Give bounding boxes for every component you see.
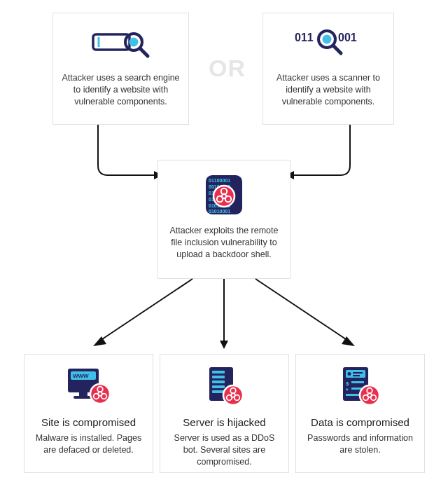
svg-marker-26 <box>220 341 228 349</box>
step-search-engine: Attacker uses a search engine to identif… <box>52 13 189 125</box>
svg-text:*: * <box>346 387 349 394</box>
outcome-server-hijacked: Server is hijacked Server is used as a D… <box>160 354 289 473</box>
svg-rect-42 <box>212 385 225 388</box>
svg-rect-41 <box>212 380 225 383</box>
or-label: OR <box>209 55 246 82</box>
outcome-data-compromised: $ * Data is compromised Passwords and in… <box>295 354 425 473</box>
step-scanner-text: Attacker uses a scanner to identify a we… <box>272 72 385 108</box>
svg-text:$: $ <box>346 380 349 387</box>
outcome-site-text: Malware is installed. Pages are defaced … <box>33 432 144 456</box>
svg-text:001: 001 <box>338 32 357 43</box>
svg-text:01100001: 01100001 <box>209 178 230 183</box>
step-scanner: 011 001 Attacker uses a scanner to ident… <box>262 13 394 125</box>
svg-text:011: 011 <box>295 32 314 43</box>
step-search-engine-text: Attacker uses a search engine to identif… <box>62 72 180 108</box>
svg-rect-31 <box>79 392 88 396</box>
svg-rect-39 <box>212 371 225 373</box>
svg-point-3 <box>129 38 138 47</box>
step-exploit: 01100001 00101010 01010011 01010010 0101… <box>158 160 290 279</box>
server-hijacked-icon <box>169 364 280 411</box>
svg-text:01010001: 01010001 <box>209 209 230 214</box>
exploit-icon: 01100001 00101010 01010011 01010010 0101… <box>167 170 281 219</box>
svg-line-4 <box>140 48 148 56</box>
svg-text:WWW: WWW <box>73 373 89 379</box>
outcome-server-title: Server is hijacked <box>169 416 280 428</box>
site-compromised-icon: WWW <box>33 364 144 411</box>
svg-point-8 <box>323 35 332 44</box>
outcome-site-compromised: WWW Site is compromised Malware is insta… <box>24 354 153 473</box>
outcome-data-text: Passwords and information are stolen. <box>304 432 416 456</box>
svg-rect-52 <box>353 372 363 373</box>
svg-rect-53 <box>353 375 360 376</box>
search-engine-icon <box>62 23 180 67</box>
svg-rect-55 <box>351 381 364 383</box>
svg-point-51 <box>347 372 351 376</box>
svg-rect-40 <box>212 376 225 378</box>
outcome-data-title: Data is compromised <box>304 416 416 428</box>
outcome-server-text: Server is used as a DDoS bot. Several si… <box>169 432 280 468</box>
data-compromised-icon: $ * <box>304 364 416 411</box>
step-exploit-text: Attacker exploits the remote file inclus… <box>167 225 281 261</box>
outcome-site-title: Site is compromised <box>33 416 144 428</box>
svg-line-9 <box>333 46 341 53</box>
scanner-icon: 011 001 <box>272 23 385 67</box>
